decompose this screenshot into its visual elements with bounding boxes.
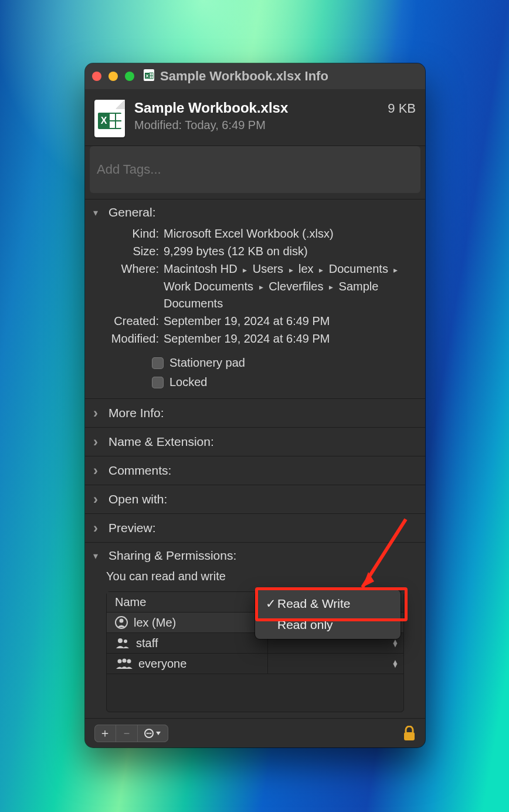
person-icon <box>115 616 128 629</box>
section-general: ▾ General: Kind: Microsoft Excel Workboo… <box>85 199 425 398</box>
svg-marker-19 <box>156 732 161 735</box>
size-label: Size: <box>93 243 159 259</box>
section-sharing-label: Sharing & Permissions: <box>108 549 236 563</box>
svg-point-9 <box>124 640 127 643</box>
section-comments-label: Comments: <box>108 463 171 478</box>
section-name-extension[interactable]: › Name & Extension: <box>85 427 425 456</box>
section-sharing-permissions: ▾ Sharing & Permissions: You can read an… <box>85 542 425 747</box>
svg-point-10 <box>118 659 122 664</box>
kind-label: Kind: <box>93 225 159 242</box>
where-label: Where: <box>93 260 159 312</box>
action-menu-button[interactable] <box>138 725 168 742</box>
section-general-header[interactable]: ▾ General: <box>93 204 417 221</box>
remove-button[interactable]: － <box>116 725 138 742</box>
traffic-lights <box>92 72 134 81</box>
section-more-info[interactable]: › More Info: <box>85 398 425 427</box>
modified-label: Modified: <box>93 330 159 347</box>
title-bar[interactable]: X Sample Workbook.xlsx Info <box>85 63 425 89</box>
tags-input[interactable] <box>90 146 420 193</box>
window-footer: ＋ － <box>85 718 425 747</box>
checkbox-icon <box>152 357 164 369</box>
close-icon[interactable] <box>92 72 101 81</box>
stationery-label: Stationery pad <box>169 356 245 370</box>
file-header: X Sample Workbook.xlsx Modified: Today, … <box>85 89 425 146</box>
permission-hint: You can read and write <box>106 570 417 583</box>
privilege-option-read-write[interactable]: ✓ Read & Write <box>255 593 401 614</box>
checkbox-icon <box>152 377 164 388</box>
svg-point-12 <box>127 659 131 664</box>
perm-row-name: everyone <box>138 657 186 671</box>
privilege-option-read-only[interactable]: Read only <box>255 614 401 635</box>
titlebar-file-icon: X <box>142 69 155 84</box>
section-preview-label: Preview: <box>108 521 156 535</box>
perm-row-name: staff <box>136 637 158 650</box>
chevron-down-icon: ▾ <box>93 550 105 561</box>
privilege-popup: ✓ Read & Write Read only <box>255 590 401 639</box>
modified-value: September 19, 2024 at 6:49 PM <box>164 330 417 347</box>
section-open-with-label: Open with: <box>108 492 167 506</box>
size-value: 9,299 bytes (12 KB on disk) <box>164 243 417 259</box>
section-comments[interactable]: › Comments: <box>85 456 425 485</box>
info-window: X Sample Workbook.xlsx Info X Sample Wor… <box>85 63 425 747</box>
section-general-label: General: <box>108 205 156 219</box>
zoom-icon[interactable] <box>125 72 134 81</box>
svg-point-8 <box>118 638 123 643</box>
svg-point-16 <box>147 732 148 734</box>
window-title: Sample Workbook.xlsx Info <box>160 69 328 84</box>
group-icon <box>115 637 130 649</box>
section-more-info-label: More Info: <box>108 406 164 420</box>
section-sharing-header[interactable]: ▾ Sharing & Permissions: <box>93 547 417 564</box>
minimize-icon[interactable] <box>108 72 118 81</box>
created-label: Created: <box>93 313 159 329</box>
locked-checkbox[interactable]: Locked <box>152 375 417 389</box>
chevron-right-icon: › <box>93 491 105 508</box>
footer-actions: ＋ － <box>94 725 168 742</box>
table-row[interactable]: everyone ▲▼ <box>107 654 403 674</box>
svg-point-17 <box>148 732 150 734</box>
chevron-right-icon: › <box>93 405 105 421</box>
locked-label: Locked <box>169 375 208 389</box>
file-modified-summary: Modified: Today, 6:49 PM <box>134 119 388 132</box>
svg-point-11 <box>123 659 127 663</box>
svg-point-18 <box>150 732 152 734</box>
chevron-down-icon: ▾ <box>93 207 105 218</box>
created-value: September 19, 2024 at 6:49 PM <box>164 313 417 329</box>
chevron-right-icon: › <box>93 520 105 536</box>
everyone-icon <box>115 657 133 670</box>
svg-text:X: X <box>145 73 149 79</box>
chevron-right-icon: › <box>93 434 105 450</box>
chevron-right-icon: › <box>93 462 105 479</box>
section-name-extension-label: Name & Extension: <box>108 435 214 449</box>
where-value: Macintosh HD ▸ Users ▸ lex ▸ Documents ▸… <box>164 260 417 312</box>
kind-value: Microsoft Excel Workbook (.xlsx) <box>164 225 417 242</box>
stepper-icon: ▲▼ <box>392 660 399 667</box>
checkmark-icon: ✓ <box>266 597 277 611</box>
file-name: Sample Workbook.xlsx <box>134 100 388 116</box>
file-icon: X <box>94 100 125 137</box>
svg-rect-20 <box>404 732 415 740</box>
perm-row-name: lex (Me) <box>134 616 176 630</box>
file-size-summary: 9 KB <box>388 101 416 116</box>
privilege-select[interactable]: ▲▼ <box>267 654 403 674</box>
section-preview[interactable]: › Preview: <box>85 513 425 542</box>
svg-point-7 <box>120 619 124 623</box>
add-button[interactable]: ＋ <box>94 725 116 742</box>
lock-icon[interactable] <box>403 726 416 741</box>
section-open-with[interactable]: › Open with: <box>85 485 425 513</box>
stationery-checkbox[interactable]: Stationery pad <box>152 356 417 370</box>
stepper-icon: ▲▼ <box>392 640 399 647</box>
permissions-table: Name Privilege lex (Me) ▲▼ <box>106 591 404 712</box>
col-header-name[interactable]: Name <box>107 596 267 609</box>
